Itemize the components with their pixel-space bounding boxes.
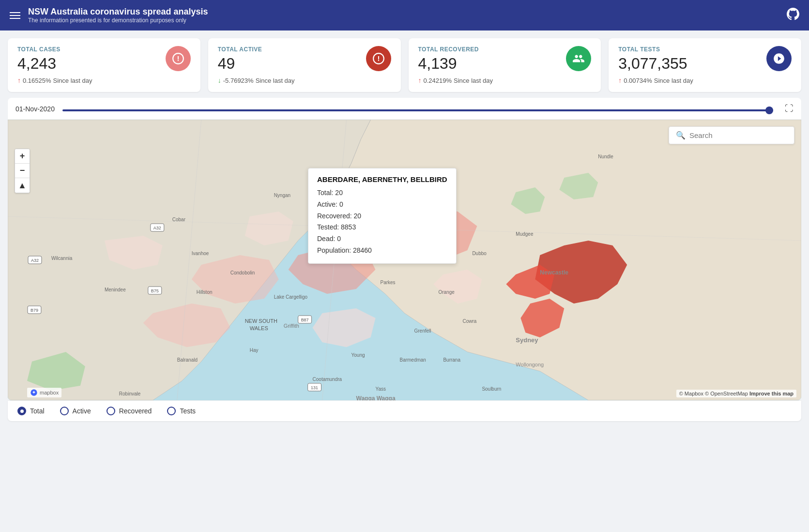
svg-text:Nyngan: Nyngan [274, 193, 290, 198]
map-copyright: © Mapbox © OpenStreetMap Improve this ma… [676, 390, 796, 397]
tooltip-tested: Tested: 8853 [317, 222, 447, 233]
change-value-recovered: 0.24219% [424, 77, 452, 84]
stat-value-total-active: 49 [218, 55, 262, 73]
map-controls: + − ▲ [15, 149, 30, 193]
change-arrow-up-recovered: ↑ [418, 76, 422, 84]
stat-value-total-cases: 4,243 [17, 55, 61, 73]
stat-card-header: TOTAL CASES 4,243 ! [17, 46, 191, 73]
tooltip-dead-value: 0 [337, 235, 341, 243]
svg-text:Nundle: Nundle [598, 154, 613, 159]
radio-tests-label: Tests [180, 407, 196, 415]
map-tooltip: ABERDARE, ABERNETHY, BELLBIRD Total: 20 … [308, 168, 457, 264]
copyright-text: © Mapbox © OpenStreetMap [679, 391, 748, 396]
svg-text:A32: A32 [31, 258, 39, 263]
radio-active[interactable]: Active [60, 407, 91, 415]
zoom-out-button[interactable]: − [15, 164, 30, 178]
stat-card-header-recovered: TOTAL RECOVERED 4,139 [418, 46, 592, 73]
tooltip-dead-label: Dead: [317, 235, 335, 243]
tooltip-population-label: Population: [317, 246, 351, 254]
svg-text:!: ! [177, 54, 179, 62]
tooltip-total: Total: 20 [317, 187, 447, 199]
expand-icon[interactable]: ⛶ [785, 104, 794, 114]
change-value: 0.16525% [23, 77, 51, 84]
hamburger-menu[interactable] [10, 12, 20, 19]
svg-text:Cobar: Cobar [172, 217, 186, 222]
tooltip-active-value: 0 [339, 200, 343, 208]
search-box[interactable]: 🔍 [669, 126, 794, 144]
tooltip-recovered-label: Recovered: [317, 212, 352, 220]
tooltip-dead: Dead: 0 [317, 233, 447, 245]
svg-text:Dubbo: Dubbo [472, 251, 487, 256]
svg-text:Griffith: Griffith [284, 323, 299, 329]
radio-total-label: Total [30, 407, 45, 415]
search-icon: 🔍 [676, 131, 686, 140]
reset-north-button[interactable]: ▲ [15, 178, 30, 193]
radio-circle-tests [167, 407, 176, 415]
svg-text:Parkes: Parkes [381, 280, 396, 285]
map-container[interactable]: NEW SOUTH WALES Wilcannia Menindee Mildu… [8, 120, 801, 400]
tooltip-active-label: Active: [317, 200, 337, 208]
radio-tests[interactable]: Tests [167, 407, 196, 415]
svg-text:Soulburn: Soulburn [482, 386, 501, 392]
svg-text:WALES: WALES [250, 325, 268, 331]
svg-text:Wilcannia: Wilcannia [51, 256, 73, 261]
svg-text:Lake Cargelligo: Lake Cargelligo [274, 294, 308, 300]
svg-text:NEW SOUTH: NEW SOUTH [245, 318, 277, 324]
header-title: NSW Australia coronavirus spread analysi… [28, 7, 208, 24]
svg-text:Newcastle: Newcastle [540, 269, 568, 276]
header-left: NSW Australia coronavirus spread analysi… [10, 7, 208, 24]
stat-card-header-active: TOTAL ACTIVE 49 ! [218, 46, 391, 73]
svg-text:Yass: Yass [376, 386, 386, 392]
stat-icon-total-recovered [566, 46, 591, 71]
search-input[interactable] [689, 131, 787, 139]
change-arrow-up: ↑ [17, 76, 21, 84]
tooltip-title: ABERDARE, ABERNETHY, BELLBIRD [317, 175, 447, 183]
stat-card-total-active: TOTAL ACTIVE 49 ! ↓ -5.76923% Since last… [208, 38, 401, 92]
svg-text:Grenfell: Grenfell [414, 328, 431, 334]
date-slider-container [62, 105, 773, 113]
stat-label-total-recovered: TOTAL RECOVERED [418, 46, 479, 53]
tooltip-recovered: Recovered: 20 [317, 211, 447, 222]
tooltip-population-value: 28460 [353, 246, 372, 254]
svg-text:A32: A32 [153, 226, 161, 230]
svg-text:B87: B87 [301, 318, 309, 322]
stat-icon-total-active: ! [366, 46, 391, 71]
improve-map-link[interactable]: Improve this map [749, 391, 794, 396]
radio-active-label: Active [73, 407, 91, 415]
change-arrow-up-tests: ↑ [618, 76, 622, 84]
date-slider[interactable] [62, 109, 773, 111]
stat-label-total-cases: TOTAL CASES [17, 46, 61, 53]
tooltip-total-value: 20 [335, 189, 343, 197]
svg-text:B75: B75 [151, 289, 159, 293]
radio-row: Total Active Recovered Tests [8, 400, 801, 421]
stat-card-header-tests: TOTAL TESTS 3,077,355 [618, 46, 792, 73]
svg-text:Sydney: Sydney [516, 336, 538, 344]
radio-recovered-label: Recovered [119, 407, 152, 415]
stat-change-total-active: ↓ -5.76923% Since last day [218, 76, 391, 84]
github-icon[interactable] [787, 8, 799, 23]
stat-value-total-tests: 3,077,355 [618, 55, 687, 73]
tooltip-tested-value: 8853 [341, 223, 356, 231]
stat-change-total-recovered: ↑ 0.24219% Since last day [418, 76, 592, 84]
svg-text:Ivanhoe: Ivanhoe [192, 251, 209, 256]
header: NSW Australia coronavirus spread analysi… [0, 0, 809, 30]
stat-label-total-tests: TOTAL TESTS [618, 46, 687, 53]
tooltip-tested-label: Tested: [317, 223, 339, 231]
change-since-active: Since last day [256, 77, 295, 84]
radio-circle-active [60, 407, 69, 415]
radio-total[interactable]: Total [17, 407, 45, 415]
svg-text:Hillston: Hillston [197, 289, 213, 295]
stat-icon-total-tests [766, 46, 792, 71]
change-since: Since last day [53, 77, 92, 84]
stat-card-total-tests: TOTAL TESTS 3,077,355 ↑ 0.00734% Since l… [609, 38, 801, 92]
radio-recovered[interactable]: Recovered [107, 407, 152, 415]
tooltip-active: Active: 0 [317, 199, 447, 211]
zoom-in-button[interactable]: + [15, 149, 30, 164]
stat-card-total-cases: TOTAL CASES 4,243 ! ↑ 0.16525% Since las… [8, 38, 200, 92]
svg-text:Menindee: Menindee [105, 287, 126, 292]
stat-label-total-active: TOTAL ACTIVE [218, 46, 262, 53]
change-since-recovered: Since last day [454, 77, 493, 84]
stat-change-total-cases: ↑ 0.16525% Since last day [17, 76, 191, 84]
radio-circle-total [17, 407, 26, 415]
svg-text:Young: Young [351, 352, 365, 358]
